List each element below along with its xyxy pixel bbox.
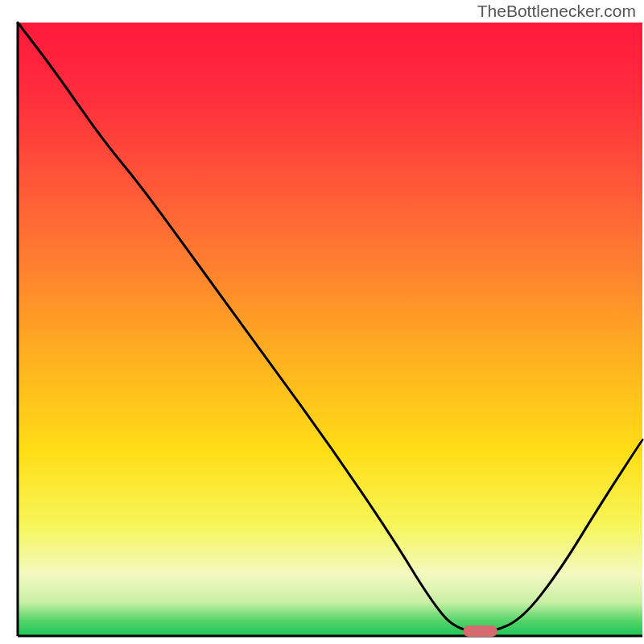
plot-background	[18, 23, 642, 636]
chart-canvas	[0, 0, 644, 644]
optimal-marker	[463, 625, 497, 637]
